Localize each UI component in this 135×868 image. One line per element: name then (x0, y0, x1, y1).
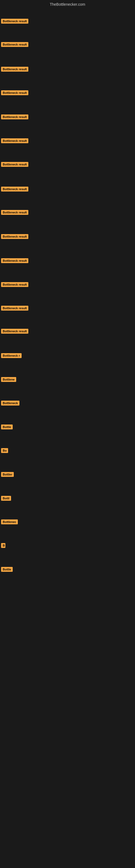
bottleneck-item-17[interactable]: Bottleneck (1, 401, 19, 407)
bottleneck-badge: Bottleneck r (1, 353, 21, 358)
bottleneck-item-13[interactable]: Bottleneck result (1, 306, 28, 312)
bottleneck-badge: Bottleneck result (1, 234, 28, 239)
bottleneck-item-21[interactable]: Bottl (1, 496, 11, 502)
bottleneck-item-16[interactable]: Bottlene (1, 377, 16, 383)
bottleneck-badge: Bo (1, 448, 8, 453)
bottleneck-badge: Bottleneck result (1, 42, 28, 47)
bottleneck-badge: Bottleneck result (1, 329, 28, 334)
bottleneck-item-14[interactable]: Bottleneck result (1, 329, 28, 335)
bottleneck-item-8[interactable]: Bottleneck result (1, 187, 28, 193)
bottleneck-item-23[interactable]: B (1, 543, 5, 549)
bottleneck-item-24[interactable]: Bottle (1, 567, 13, 573)
bottleneck-badge: Bottle (1, 425, 13, 429)
bottleneck-badge: Bottlenec (1, 520, 18, 524)
bottleneck-item-22[interactable]: Bottlenec (1, 520, 18, 525)
bottleneck-item-9[interactable]: Bottleneck result (1, 210, 28, 216)
site-title: TheBottlenecker.com (0, 0, 135, 9)
bottleneck-badge: Bottleneck result (1, 67, 28, 72)
bottleneck-badge: Bottleneck result (1, 306, 28, 311)
bottleneck-item-7[interactable]: Bottleneck result (1, 162, 28, 168)
items-container: Bottleneck resultBottleneck resultBottle… (0, 9, 135, 660)
bottleneck-item-15[interactable]: Bottleneck r (1, 353, 21, 359)
bottleneck-badge: Bottleneck result (1, 162, 28, 167)
bottleneck-badge: Bottleneck result (1, 210, 28, 215)
bottleneck-badge: Bottleneck result (1, 90, 28, 95)
bottleneck-badge: Bottle (1, 567, 13, 572)
bottleneck-item-20[interactable]: Bottler (1, 472, 14, 478)
bottleneck-badge: Bottler (1, 472, 14, 477)
bottleneck-badge: Bottleneck result (1, 187, 28, 191)
bottleneck-badge: Bottleneck (1, 401, 19, 405)
bottleneck-badge: Bottleneck result (1, 115, 28, 119)
bottleneck-item-3[interactable]: Bottleneck result (1, 67, 28, 73)
bottleneck-item-18[interactable]: Bottle (1, 425, 13, 431)
site-header: TheBottlenecker.com (0, 0, 135, 9)
bottleneck-badge: Bottleneck result (1, 258, 28, 263)
bottleneck-badge: B (1, 543, 5, 548)
bottleneck-item-19[interactable]: Bo (1, 448, 8, 454)
bottleneck-badge: Bottleneck result (1, 19, 28, 24)
bottleneck-badge: Bottl (1, 496, 11, 501)
bottleneck-item-12[interactable]: Bottleneck result (1, 282, 28, 288)
bottleneck-item-1[interactable]: Bottleneck result (1, 19, 28, 25)
bottleneck-badge: Bottleneck result (1, 282, 28, 287)
bottleneck-badge: Bottleneck result (1, 138, 28, 143)
bottleneck-item-5[interactable]: Bottleneck result (1, 115, 28, 120)
bottleneck-item-6[interactable]: Bottleneck result (1, 138, 28, 144)
bottleneck-badge: Bottlene (1, 377, 16, 382)
bottleneck-item-10[interactable]: Bottleneck result (1, 234, 28, 240)
bottleneck-item-2[interactable]: Bottleneck result (1, 42, 28, 48)
bottleneck-item-4[interactable]: Bottleneck result (1, 90, 28, 96)
bottleneck-item-11[interactable]: Bottleneck result (1, 258, 28, 264)
